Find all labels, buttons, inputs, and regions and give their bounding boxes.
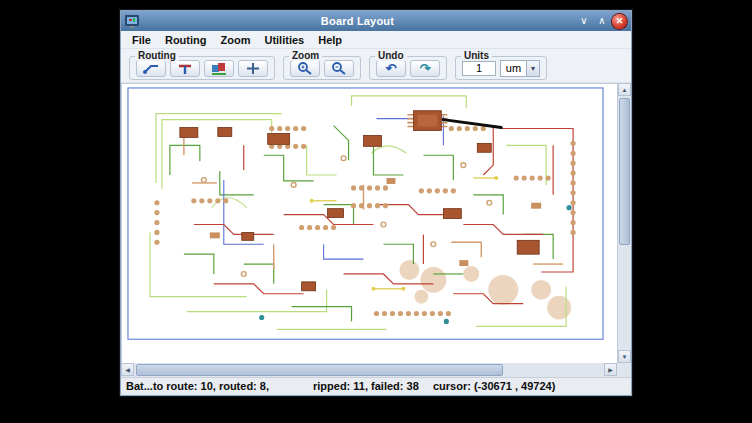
status-cursor-text: cursor: (-30671 , 49724)	[433, 380, 555, 392]
unit-scale-input[interactable]	[462, 61, 496, 76]
menu-help[interactable]: Help	[313, 33, 347, 47]
undo-button[interactable]: ↶	[376, 60, 406, 77]
undo-group-label: Undo	[375, 50, 407, 61]
vertical-scroll-thumb[interactable]	[619, 98, 630, 245]
board-outline	[128, 88, 603, 339]
board-canvas[interactable]	[121, 83, 617, 363]
pin-tool-button[interactable]	[170, 60, 200, 77]
layers-icon	[210, 62, 228, 75]
horizontal-scroll-thumb[interactable]	[136, 364, 503, 376]
redo-arrow-icon: ↷	[420, 62, 431, 75]
scrollbar-corner	[617, 363, 631, 377]
redo-button[interactable]: ↷	[410, 60, 440, 77]
window-title: Board Layout	[141, 15, 574, 27]
title-bar[interactable]: Board Layout ∨ ∧ ✕	[121, 11, 631, 31]
units-group-label: Units	[461, 50, 492, 61]
toolbar-group-undo: Undo ↶ ↷	[369, 56, 447, 80]
zoom-in-button[interactable]	[290, 60, 320, 77]
zoom-group-label: Zoom	[289, 50, 322, 61]
pcb-traces-blue	[224, 116, 444, 259]
app-icon	[125, 15, 139, 28]
layer-tool-button[interactable]	[204, 60, 234, 77]
pcb-board-graphic	[122, 84, 617, 363]
minimize-button[interactable]: ∨	[576, 14, 592, 28]
route-tool-button[interactable]	[136, 60, 166, 77]
maximize-button[interactable]: ∧	[594, 14, 610, 28]
chevron-down-icon[interactable]: ▾	[526, 61, 539, 76]
menu-utilities[interactable]: Utilities	[259, 33, 309, 47]
toolbar: Routing	[121, 49, 631, 83]
toolbar-group-routing: Routing	[129, 56, 275, 80]
status-autoroute-text: Bat...to route: 10, routed: 8,	[126, 380, 269, 392]
vertical-scrollbar[interactable]: ▲ ▼	[617, 83, 631, 363]
pcb-traces-red	[194, 126, 573, 304]
vertical-scroll-track[interactable]	[618, 96, 631, 350]
board-layout-window: Board Layout ∨ ∧ ✕ File Routing Zoom Uti…	[120, 10, 632, 396]
route-trace-icon	[142, 62, 160, 75]
magnifier-plus-icon	[297, 61, 313, 75]
pcb-qfp-chip	[407, 111, 447, 131]
pcb-components	[180, 128, 539, 291]
scroll-down-icon[interactable]: ▼	[618, 350, 631, 363]
pin-swap-icon	[176, 62, 194, 75]
status-bar: Bat...to route: 10, routed: 8, ripped: 1…	[121, 377, 631, 395]
magnifier-minus-icon	[331, 61, 347, 75]
undo-arrow-icon: ↶	[386, 62, 397, 75]
menu-bar: File Routing Zoom Utilities Help	[121, 31, 631, 49]
horizontal-scrollbar[interactable]: ◀ ▶	[121, 363, 631, 377]
menu-routing[interactable]: Routing	[160, 33, 212, 47]
units-combobox[interactable]: um ▾	[500, 60, 540, 77]
move-tool-button[interactable]	[238, 60, 268, 77]
status-ripped-text: ripped: 11, failed: 38	[313, 380, 419, 392]
main-area: ▲ ▼	[121, 83, 631, 363]
scroll-right-icon[interactable]: ▶	[604, 363, 617, 376]
scroll-up-icon[interactable]: ▲	[618, 83, 631, 96]
routing-group-label: Routing	[135, 50, 179, 61]
pcb-passives	[210, 178, 541, 266]
toolbar-group-units: Units um ▾	[455, 56, 547, 80]
units-combobox-value: um	[501, 61, 526, 76]
pcb-copper-pours	[399, 260, 571, 319]
toolbar-group-zoom: Zoom	[283, 56, 361, 80]
scroll-left-icon[interactable]: ◀	[121, 363, 134, 376]
close-button[interactable]: ✕	[612, 14, 627, 29]
menu-file[interactable]: File	[127, 33, 156, 47]
screen-background: Board Layout ∨ ∧ ✕ File Routing Zoom Uti…	[0, 0, 752, 423]
zoom-out-button[interactable]	[324, 60, 354, 77]
horizontal-scroll-track[interactable]	[134, 363, 604, 377]
move-crosshair-icon	[246, 62, 260, 75]
menu-zoom[interactable]: Zoom	[216, 33, 256, 47]
